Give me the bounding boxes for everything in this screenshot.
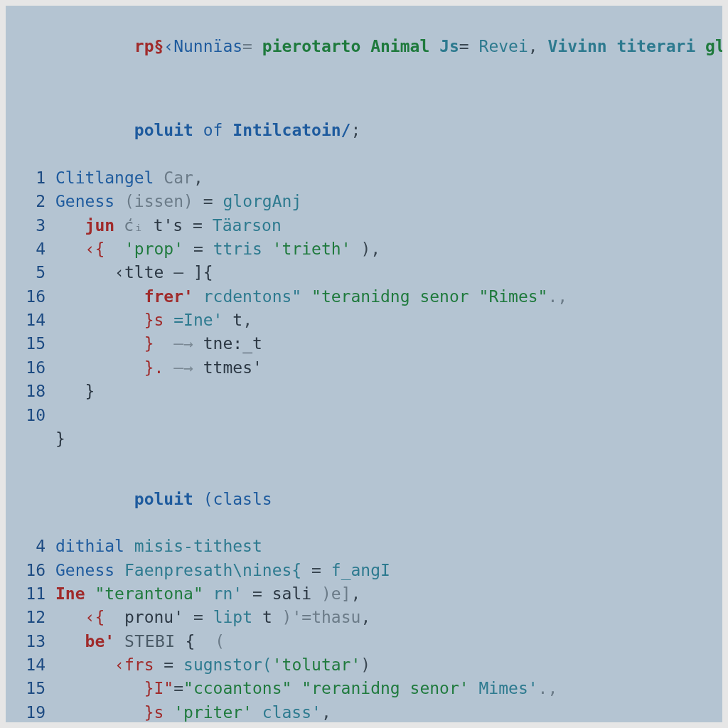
line-number: 14 [11,309,55,332]
line-number: 4 [11,237,55,261]
block1-close: . } [11,427,712,451]
line-number: 3 [11,214,55,237]
line-number: 1 [11,166,55,190]
code-line: 12 ‹{ pronu' = lipt t )'=thasu, [11,606,712,629]
editor-header-line: . rp§‹Nunnïas= pierotarto Animal Js= Rev… [11,11,712,82]
code-editor[interactable]: . rp§‹Nunnïas= pierotarto Animal Js= Rev… [6,6,722,722]
line-number: 16 [11,559,55,582]
code-line: 14 ‹frs = sugnstor('tolutar') [11,653,712,677]
line-number: 16 [11,285,55,309]
line-number: 15 [11,677,55,700]
line-number: 14 [11,653,55,677]
line-number: 16 [11,356,55,380]
line-number: 11 [11,582,55,606]
code-line: 15 } –→ tne:_t [11,332,712,355]
line-number: 2 [11,190,55,213]
block1-title: . poluit of Intilcatoin/; [11,95,712,166]
code-line: 1 Clitlangel Car, [11,166,712,190]
line-number: 5 [11,261,55,284]
code-line: 16 }. —→ ttmes' [11,356,712,380]
code-line: 3 jun ᴄ̒ᵢ t's = Täarson [11,214,712,237]
code-line: 10 [11,404,712,427]
code-line: 18 } [11,380,712,403]
line-number: 13 [11,630,55,653]
code-line: 14 }s =Ine' t, [11,309,712,332]
code-line: 4 dithial misis-tithest [11,535,712,558]
code-text: rp§‹Nunnïas= pierotarto Animal Js= Revei… [55,11,722,82]
code-line: 16 frer' rcdentons" "teranidng senor "Ri… [11,285,712,309]
code-line: 2 Geness (issen) = glorgAnj [11,190,712,213]
line-number: 19 [11,701,55,722]
code-line: 19 }s 'priter' class', [11,701,712,722]
line-number: 15 [11,332,55,355]
block2-title: . poluit (clasls [11,464,712,535]
line-number: 18 [11,380,55,403]
line-number: 12 [11,606,55,629]
code-line: 13 be' STEBI { ( [11,630,712,653]
line-number: 4 [11,535,55,558]
code-line: 11 Ine "terantona" rn' = sali )e], [11,582,712,606]
line-number: 10 [11,404,55,427]
code-line: 16 Geness Faenpresath\nines{ = f_angI [11,559,712,582]
code-line: 4 ‹{ 'prop' = ttris 'trieth' ), [11,237,712,261]
code-line: 5 ‹tlte – ]{ [11,261,712,284]
code-line: 15 }I"="ccoantons" "reranidng senor' Mim… [11,677,712,700]
